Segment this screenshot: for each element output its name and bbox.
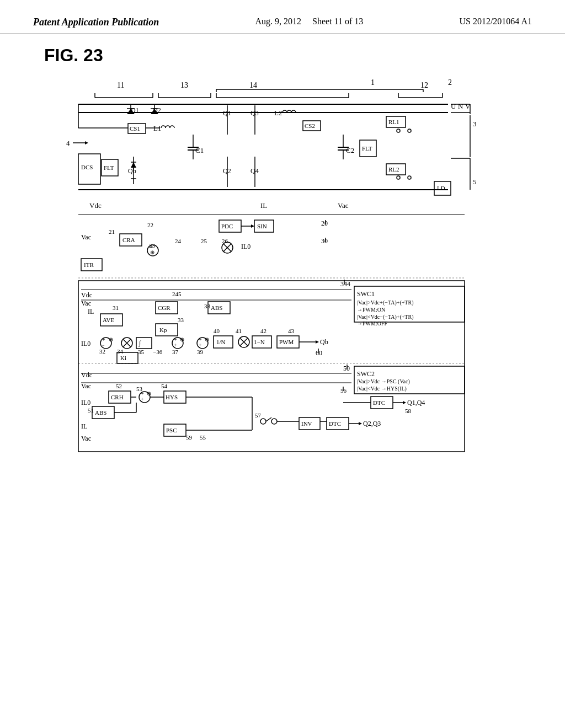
svg-point-76 (397, 129, 400, 132)
svg-text:Kp: Kp (159, 326, 167, 333)
svg-text:14: 14 (249, 81, 257, 89)
svg-text:CGR: CGR (158, 304, 170, 311)
svg-text:CS1: CS1 (130, 125, 140, 132)
svg-text:+: + (102, 336, 105, 342)
svg-text:Vac: Vac (81, 299, 91, 307)
svg-text:Vac: Vac (81, 435, 91, 442)
svg-text:34: 34 (117, 348, 124, 355)
svg-text:IL0: IL0 (241, 243, 250, 250)
svg-text:SWC2: SWC2 (357, 370, 375, 378)
svg-text:LD: LD (437, 185, 445, 191)
svg-text:41: 41 (236, 328, 242, 334)
svg-text:INV: INV (301, 420, 312, 427)
svg-text:35: 35 (138, 349, 145, 355)
svg-point-80 (397, 176, 400, 179)
svg-text:IL0: IL0 (81, 340, 90, 347)
svg-text:FLT: FLT (104, 164, 114, 171)
svg-text:59: 59 (186, 434, 193, 441)
svg-text:∫: ∫ (138, 339, 141, 347)
svg-text:CS2: CS2 (305, 122, 315, 129)
svg-marker-214 (403, 401, 406, 404)
svg-text:⊕: ⊕ (205, 336, 209, 342)
svg-text:CRH: CRH (111, 394, 124, 400)
svg-text:51: 51 (88, 407, 94, 414)
svg-text:IL0: IL0 (81, 399, 90, 406)
svg-text:L2: L2 (274, 109, 282, 117)
svg-text:|Vac|>Vdc+(−TA)+(+TR): |Vac|>Vdc+(−TA)+(+TR) (357, 299, 413, 306)
svg-text:IL: IL (88, 308, 94, 315)
svg-text:⊕: ⊕ (109, 336, 113, 342)
svg-text:24: 24 (175, 238, 182, 244)
svg-marker-95 (251, 224, 254, 228)
svg-text:SWC1: SWC1 (357, 290, 375, 298)
svg-text:1/N: 1/N (216, 339, 226, 345)
svg-text:1−N: 1−N (254, 339, 265, 345)
svg-text:PDC: PDC (221, 223, 233, 229)
svg-text:IL: IL (260, 201, 267, 210)
svg-text:38: 38 (204, 303, 211, 309)
svg-text:ABS: ABS (95, 409, 106, 416)
svg-text:52: 52 (116, 383, 122, 389)
svg-text:50: 50 (343, 365, 350, 372)
svg-text:37: 37 (172, 349, 179, 355)
svg-marker-179 (316, 340, 319, 344)
svg-text:CRA: CRA (122, 237, 135, 243)
svg-marker-55 (131, 162, 136, 168)
svg-text:Qb: Qb (128, 167, 136, 175)
svg-text:11: 11 (117, 81, 124, 89)
svg-text:33: 33 (178, 317, 184, 323)
svg-text:|Vac|>Vdc →PSC (Vac): |Vac|>Vdc →PSC (Vac) (357, 378, 410, 385)
svg-text:AVE: AVE (103, 317, 114, 323)
svg-point-219 (271, 419, 277, 424)
svg-text:−: − (102, 343, 105, 348)
svg-text:N: N (458, 102, 463, 110)
svg-text:DTC: DTC (329, 420, 341, 427)
svg-text:−36: −36 (153, 349, 163, 355)
svg-text:+: + (141, 396, 144, 402)
publication-date: Aug. 9, 2012 (255, 17, 301, 26)
svg-text:⊕: ⊕ (180, 336, 184, 342)
svg-marker-30 (85, 141, 88, 144)
svg-text:DTC: DTC (373, 399, 385, 406)
svg-text:⊕: ⊕ (150, 249, 154, 255)
svg-text:DCS: DCS (81, 164, 93, 170)
svg-text:Q1,Q4: Q1,Q4 (407, 399, 425, 406)
svg-text:55: 55 (200, 434, 206, 441)
svg-text:RL2: RL2 (388, 166, 399, 173)
svg-text:Ki: Ki (120, 355, 126, 361)
svg-text:60: 60 (316, 349, 322, 357)
svg-text:21: 21 (109, 228, 115, 235)
svg-text:Vac: Vac (338, 201, 349, 210)
svg-point-81 (408, 176, 411, 179)
circuit-svg: 11 13 14 1 12 2 (45, 71, 520, 678)
svg-text:FLT: FLT (362, 145, 372, 152)
svg-text:344: 344 (340, 280, 350, 288)
svg-text:31: 31 (113, 304, 119, 311)
svg-text:HYS: HYS (166, 394, 178, 400)
svg-text:2: 2 (448, 78, 452, 87)
svg-text:RL1: RL1 (388, 119, 399, 125)
svg-text:SIN: SIN (257, 223, 267, 229)
circuit-diagram: 11 13 14 1 12 2 (45, 71, 520, 680)
svg-text:Vdc: Vdc (89, 201, 102, 210)
figure-label: FIG. 23 (44, 45, 532, 66)
publication-number: US 2012/201064 A1 (459, 17, 532, 26)
svg-text:+: + (174, 342, 177, 348)
svg-text:Vac: Vac (81, 382, 91, 390)
svg-text:Vac: Vac (81, 233, 91, 241)
publication-date-sheet: Aug. 9, 2012 Sheet 11 of 13 (255, 17, 363, 26)
svg-text:Qb: Qb (320, 338, 328, 346)
svg-text:|Vac|<Vdc →HYS(IL): |Vac|<Vdc →HYS(IL) (357, 386, 407, 392)
sheet-info: Sheet 11 of 13 (312, 17, 363, 26)
svg-text:U: U (451, 102, 456, 110)
page: Patent Application Publication Aug. 9, 2… (0, 0, 565, 728)
svg-text:42: 42 (260, 328, 266, 334)
svg-text:⊕: ⊕ (147, 390, 151, 397)
page-header: Patent Application Publication Aug. 9, 2… (0, 0, 565, 34)
svg-text:13: 13 (180, 81, 188, 89)
svg-text:→PWM:ON: →PWM:ON (357, 307, 385, 313)
svg-text:Vdc: Vdc (81, 291, 92, 299)
svg-text:40: 40 (214, 328, 220, 334)
svg-text:245: 245 (172, 291, 182, 297)
svg-text:PSC: PSC (166, 427, 177, 433)
